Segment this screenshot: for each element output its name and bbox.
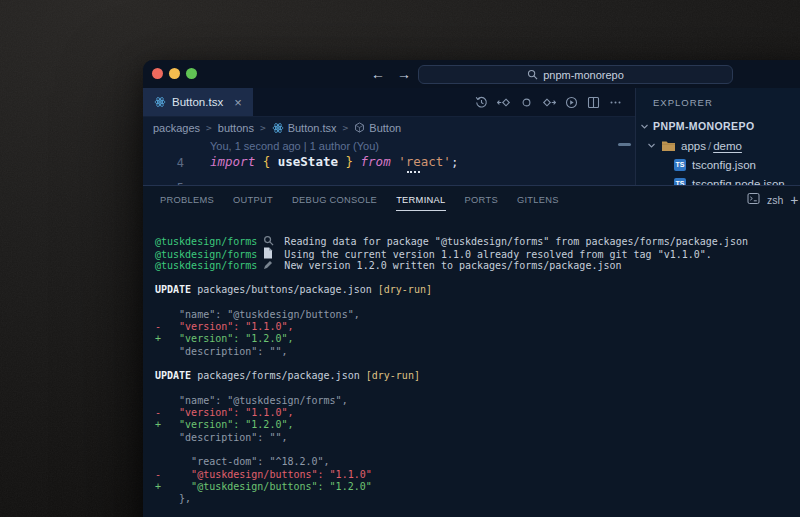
minimize-window-button[interactable] [169,68,180,79]
more-icon[interactable] [609,96,622,109]
typescript-icon: TS [674,178,686,186]
editor[interactable]: You, 1 second ago | 1 author (You) 4 imp… [143,138,635,185]
chevron-right-icon: > [206,122,212,133]
terminal-line: - "@tuskdesign/buttons": "1.1.0" [155,469,800,481]
folder-icon [661,140,676,152]
explorer-root-item[interactable]: PNPM-MONOREPO [640,120,754,132]
search-text: pnpm-monorepo [543,69,624,81]
typescript-icon: TS [674,159,686,171]
code-token: 'react' [398,154,451,169]
history-icon[interactable] [475,96,488,109]
terminal-line: - "version": "1.1.0", [155,321,800,333]
terminal-line: + "version": "1.2.0", [155,419,800,431]
close-window-button[interactable] [152,68,163,79]
terminal-line: + "@tuskdesign/buttons": "1.2.0" [155,481,800,493]
command-center-search[interactable]: pnpm-monorepo [418,65,733,84]
terminal-icon [747,192,760,207]
tree-item-tsconfig[interactable]: TStsconfig.json [674,155,756,174]
pencil-icon [263,260,275,273]
terminal-line: "react-dom": "^18.2.0", [155,456,800,468]
terminal-line [155,358,800,370]
terminal-line: "description": "", [155,432,800,444]
new-terminal-button[interactable]: + [790,192,798,208]
overview-ruler-mark [618,143,631,146]
panel-tab-gitlens[interactable]: GITLENS [517,195,559,205]
line-number: 4 [143,156,184,170]
terminal-line: @tuskdesign/formsNew version 1.2.0 writt… [155,260,800,272]
terminal-line [155,296,800,308]
tab-button-tsx[interactable]: Button.tsx × [143,88,253,116]
terminal-line: "description": "", [155,346,800,358]
navigate-forward-icon[interactable]: → [397,66,411,82]
tree-item-apps-demo[interactable]: apps/demo [647,136,742,155]
terminal-line: + "version": "1.2.0", [155,333,800,345]
tab-bar: Button.tsx × [143,88,635,117]
react-icon [154,96,166,108]
terminal-line [155,444,800,456]
terminal-line: }, [155,493,800,505]
code-token [255,154,263,169]
terminal-line: "name": "@tuskdesign/forms", [155,395,800,407]
breadcrumb-item[interactable]: buttons [218,122,254,134]
bottom-panel: PROBLEMSOUTPUTDEBUG CONSOLETERMINALPORTS… [143,185,800,517]
prev-change-icon[interactable] [497,96,511,109]
code-token: import [210,154,255,169]
code-token: useState [278,154,338,169]
panel-tab-problems[interactable]: PROBLEMS [160,195,214,205]
terminal-line: @tuskdesign/formsUsing the current versi… [155,247,800,259]
chevron-right-icon: > [343,122,349,133]
terminal-line: @tuskdesign/formsReading data for packag… [155,235,800,247]
circle-icon[interactable] [520,96,533,109]
navigate-back-icon[interactable]: ← [371,66,385,82]
window-controls [152,68,197,79]
breadcrumb: packages>buttons>Button.tsx>Button [143,117,635,138]
code-token: } [346,154,354,169]
title-bar: ← → pnpm-monorepo [143,60,800,88]
chevron-right-icon: > [260,122,266,133]
tree-item-tsconfig-node[interactable]: TStsconfig.node.json [674,174,785,185]
terminal-line: - "version": "1.1.0", [155,407,800,419]
panel-tab-output[interactable]: OUTPUT [233,195,273,205]
search-icon [527,69,538,80]
shell-label[interactable]: zsh [767,194,783,206]
terminal-line: UPDATE packages/buttons/package.json [dr… [155,284,800,296]
terminal-line [155,272,800,284]
maximize-window-button[interactable] [186,68,197,79]
breadcrumb-item[interactable]: Button [354,122,401,134]
explorer-title: EXPLORER [653,97,713,108]
terminal-output[interactable]: @tuskdesign/formsReading data for packag… [143,213,800,506]
breadcrumb-item[interactable]: packages [153,122,200,134]
panel-tab-debug-console[interactable]: DEBUG CONSOLE [292,195,377,205]
terminal-line: "name": "@tuskdesign/buttons", [155,309,800,321]
git-blame-annotation: You, 1 second ago | 1 author (You) [210,140,379,152]
hint-underline [407,170,420,173]
breadcrumb-item[interactable]: Button.tsx [272,122,337,134]
panel-tab-bar: PROBLEMSOUTPUTDEBUG CONSOLETERMINALPORTS… [143,186,800,213]
panel-tab-terminal[interactable]: TERMINAL [396,195,445,205]
terminal-line: UPDATE packages/forms/package.json [dry-… [155,370,800,382]
terminal-line [155,383,800,395]
code-token [338,154,346,169]
split-icon[interactable] [587,96,600,109]
tab-label: Button.tsx [172,96,223,108]
vscode-window: ← → pnpm-monorepo Button.tsx × packages>… [143,60,800,517]
panel-tab-ports[interactable]: PORTS [465,195,498,205]
close-tab-icon[interactable]: × [234,95,242,110]
code-token [353,154,361,169]
chevron-down-icon [647,141,656,150]
code-line: import { useState } from 'react'; [210,154,458,169]
code-token: ; [451,154,459,169]
code-token: from [361,154,391,169]
next-change-icon[interactable] [542,96,556,109]
chevron-down-icon [640,122,649,131]
explorer-sidebar: EXPLORER PNPM-MONOREPO apps/demo TStscon… [635,88,800,185]
run-icon[interactable] [565,96,578,109]
code-token [270,154,278,169]
